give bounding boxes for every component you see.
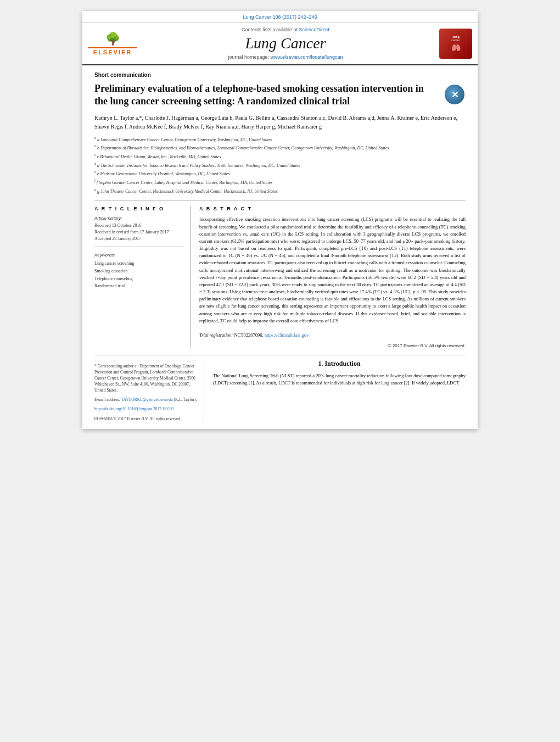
- article-page: Lung Cancer 108 (2017) 242–246 🌳 ELSEVIE…: [82, 11, 478, 429]
- issn-text: 0169-5002/© 2017 Elsevier B.V. All right…: [94, 416, 181, 421]
- article-info-abstract-columns: A R T I C L E I N F O Article history: R…: [94, 200, 466, 348]
- authors-list: Kathryn L. Taylor a,*, Charlotte J. Hage…: [94, 114, 466, 131]
- email-suffix: (K.L. Taylor).: [174, 397, 197, 402]
- affiliation-e: e e Medstar Georgetown University Hospit…: [94, 170, 466, 177]
- article-info-panel: A R T I C L E I N F O Article history: R…: [94, 206, 191, 348]
- title-row: Preliminary evaluation of a telephone-ba…: [94, 82, 466, 108]
- keyword-3: Telephone counseling: [94, 275, 183, 283]
- article-info-heading: A R T I C L E I N F O: [94, 206, 183, 211]
- history-label: Article history:: [94, 216, 183, 221]
- journal-reference: Lung Cancer 108 (2017) 242–246: [82, 11, 478, 23]
- keyword-2: Smoking cessation: [94, 267, 183, 275]
- footnote-divider: [94, 360, 197, 360]
- journal-name: Lung Cancer: [137, 35, 434, 52]
- section-divider: [94, 355, 466, 355]
- revised-date: Received in revised form 17 January 2017: [94, 229, 183, 236]
- crossmark-circle: ✕: [445, 85, 464, 104]
- footnote-intro-columns: * Corresponding author at: Department of…: [94, 360, 466, 422]
- footnote-column: * Corresponding author at: Department of…: [94, 360, 204, 422]
- affiliation-b: b b Department of Biostatistics, Bioinfo…: [94, 144, 466, 152]
- article-dates: Received 13 October 2016 Received in rev…: [94, 222, 183, 247]
- article-body: Short communication Preliminary evaluati…: [82, 65, 478, 429]
- doi-link[interactable]: http://dx.doi.org/10.1016/j.lungcan.2017…: [94, 406, 197, 411]
- sciencedirect-link[interactable]: ScienceDirect: [299, 27, 330, 32]
- elsevier-tree-icon: 🌳: [88, 32, 137, 46]
- logo-lung-icon: 🫁: [451, 43, 461, 52]
- email-label: E-mail address:: [94, 397, 120, 402]
- email-note: E-mail address: TAYLORKL@georgetown.edu …: [94, 397, 197, 403]
- homepage-text: journal homepage:: [228, 54, 269, 60]
- journal-title-block: Contents lists available at ScienceDirec…: [137, 27, 434, 60]
- affiliation-g: g g John Theurer Cancer Center, Hackensa…: [94, 187, 466, 195]
- keyword-1: Lung cancer screening: [94, 260, 183, 267]
- affiliation-c: c c Behavioral Health Group, Westat, Inc…: [94, 153, 466, 160]
- abstract-panel: A B S T R A C T Incorporating effective …: [199, 206, 466, 348]
- journal-logo-right: lung cancer 🫁: [434, 29, 472, 59]
- elsevier-logo: 🌳 ELSEVIER: [88, 32, 137, 55]
- contents-text: Contents lists available at: [242, 27, 298, 32]
- affiliation-d: d d The Schroeder Institute for Tobacco …: [94, 161, 466, 169]
- email-link[interactable]: TAYLORKL@georgetown.edu: [121, 397, 173, 402]
- keywords-list: Lung cancer screening Smoking cessation …: [94, 260, 183, 289]
- logo-cancer-text: cancer: [451, 38, 460, 42]
- crossmark-icon: ✕: [451, 90, 458, 100]
- introduction-column: 1. Introduction The National Lung Screen…: [213, 360, 466, 422]
- abstract-text: Incorporating effective smoking cessatio…: [199, 216, 466, 339]
- journal-homepage-link[interactable]: www.elsevier.com/locate/lungcan: [271, 54, 343, 60]
- lung-cancer-logo-image: lung cancer 🫁: [439, 29, 472, 59]
- article-type: Short communication: [94, 72, 466, 78]
- trial-reg-label: Trial registration:: [199, 332, 233, 338]
- elsevier-name: ELSEVIER: [88, 47, 137, 55]
- introduction-heading: 1. Introduction: [213, 360, 466, 368]
- introduction-text: The National Lung Screening Trial (NLST)…: [213, 372, 466, 387]
- corresponding-author-note: * Corresponding author at: Department of…: [94, 364, 197, 393]
- accepted-date: Accepted 29 January 2017: [94, 236, 183, 242]
- journal-header: 🌳 ELSEVIER Contents lists available at S…: [82, 23, 478, 65]
- contents-link: Contents lists available at ScienceDirec…: [137, 27, 434, 32]
- affiliation-a: a a Lombardi Comprehensive Cancer Center…: [94, 136, 466, 143]
- clinicaltrials-link[interactable]: https://clinicaltrials.gov: [265, 332, 309, 338]
- affiliations: a a Lombardi Comprehensive Cancer Center…: [94, 136, 466, 195]
- copyright-notice: © 2017 Elsevier B.V. All rights reserved…: [199, 343, 466, 348]
- affiliation-f: f f Sophia Gordon Cancer Center, Lahey H…: [94, 178, 466, 186]
- abstract-body: Incorporating effective smoking cessatio…: [199, 216, 466, 323]
- journal-homepage: journal homepage: www.elsevier.com/locat…: [137, 54, 434, 60]
- keyword-4: Randomized trial: [94, 282, 183, 290]
- article-title: Preliminary evaluation of a telephone-ba…: [94, 82, 439, 108]
- trial-reg-number: NCT02267096,: [234, 332, 263, 338]
- keywords-label: Keywords:: [94, 253, 183, 258]
- abstract-heading: A B S T R A C T: [199, 206, 466, 211]
- received-date: Received 13 October 2016: [94, 222, 183, 229]
- crossmark-badge[interactable]: ✕: [445, 85, 466, 105]
